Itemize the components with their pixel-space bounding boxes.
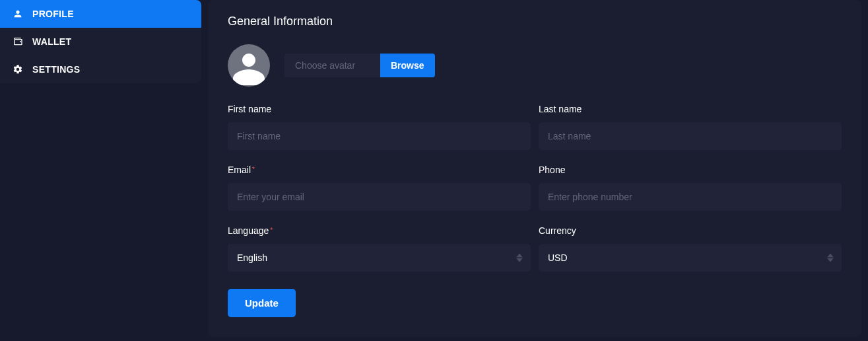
phone-label: Phone — [539, 165, 842, 175]
currency-label: Currency — [539, 225, 842, 236]
update-button[interactable]: Update — [228, 289, 296, 317]
form-grid: First name Last name Email* Phone — [228, 104, 842, 272]
last-name-label: Last name — [539, 104, 842, 114]
wallet-icon — [13, 36, 23, 47]
language-field: Language* English — [228, 225, 531, 272]
first-name-input[interactable] — [228, 122, 531, 150]
person-icon — [13, 9, 23, 19]
sidebar: PROFILE WALLET SETTINGS — [0, 0, 201, 341]
sidebar-item-label: SETTINGS — [32, 64, 80, 75]
avatar-file-label[interactable]: Choose avatar — [284, 54, 380, 77]
main-content: General Information Choose avatar Browse… — [201, 0, 868, 341]
gear-icon — [13, 64, 23, 75]
first-name-field: First name — [228, 104, 531, 150]
browse-button[interactable]: Browse — [380, 54, 435, 77]
currency-field: Currency USD — [539, 225, 842, 272]
first-name-label: First name — [228, 104, 531, 114]
phone-input[interactable] — [539, 183, 842, 211]
sidebar-panel: PROFILE WALLET SETTINGS — [0, 0, 201, 83]
card-title: General Information — [228, 15, 842, 28]
avatar — [228, 44, 270, 87]
sidebar-item-label: PROFILE — [32, 9, 74, 19]
last-name-input[interactable] — [539, 122, 842, 150]
general-info-card: General Information Choose avatar Browse… — [208, 0, 861, 337]
language-label: Language* — [228, 225, 531, 236]
sidebar-item-label: WALLET — [32, 36, 71, 47]
phone-field: Phone — [539, 165, 842, 211]
email-label: Email* — [228, 165, 531, 175]
avatar-row: Choose avatar Browse — [228, 44, 842, 87]
last-name-field: Last name — [539, 104, 842, 150]
sidebar-item-wallet[interactable]: WALLET — [0, 28, 201, 56]
sidebar-item-settings[interactable]: SETTINGS — [0, 56, 201, 83]
sidebar-item-profile[interactable]: PROFILE — [0, 0, 201, 28]
email-input[interactable] — [228, 183, 531, 211]
language-select[interactable]: English — [228, 244, 531, 272]
currency-select[interactable]: USD — [539, 244, 842, 272]
avatar-upload: Choose avatar Browse — [284, 54, 435, 77]
email-field: Email* — [228, 165, 531, 211]
